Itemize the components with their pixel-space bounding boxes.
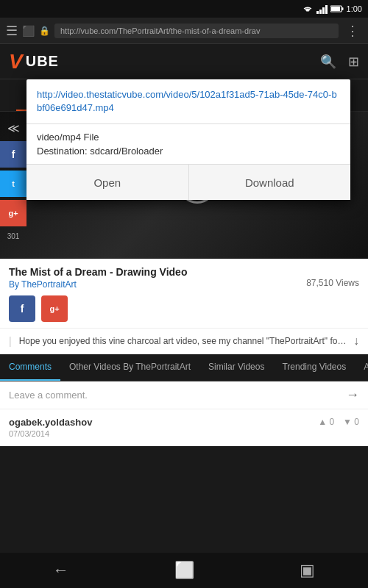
recents-button[interactable]: ▣ [282,555,333,586]
dialog-filetype: video/mp4 File [37,132,340,143]
status-time: 1:00 [347,4,362,13]
googleplus-btn[interactable]: g+ [41,295,68,322]
logo-v: V [9,50,23,74]
logo-area: V UBE [9,50,314,74]
downvote-icon[interactable]: ▼ 0 [343,417,359,427]
address-bar: ☰ ⬛ 🔒 http://vube.com/ThePortraitArt/the… [0,18,368,44]
desc-bar: | [9,335,12,347]
logo-ube: UBE [26,53,59,70]
comment-username: ogabek.yoldashov [9,417,359,428]
tab-comments-content[interactable]: Comments [0,354,60,381]
tab-about[interactable]: Abou [355,354,368,381]
video-info: The Mist of a Dream - Drawing Video By T… [0,259,368,329]
video-views: 87,510 Views [306,278,359,288]
twitter-share-btn[interactable]: t [0,171,26,197]
send-icon[interactable]: → [346,387,359,403]
comment-item: ▲ 0 ▼ 0 ogabek.yoldashov 07/03/2014 [0,409,368,446]
facebook-btn[interactable]: f [9,295,35,322]
bookmark-icon: ⬛ [22,25,35,37]
tab-other-videos[interactable]: Other Videos By ThePortraitArt [60,354,199,381]
top-nav: V UBE 🔍 ⊞ [0,44,368,79]
overflow-icon[interactable]: ⋮ [343,23,362,39]
dialog-destination: Destination: sdcard/Broloader [37,146,340,157]
expand-icon[interactable]: ↓ [353,334,359,348]
video-title: The Mist of a Dream - Drawing Video [9,266,359,278]
dialog-actions: Open Download [26,165,350,200]
wifi-icon [302,4,314,13]
address-url[interactable]: http://vube.com/ThePortraitArt/the-mist-… [54,24,339,38]
googleplus-share-btn[interactable]: g+ [0,200,26,226]
downvote-count: 0 [354,417,359,427]
battery-icon [330,5,344,12]
search-icon[interactable]: 🔍 [320,54,336,70]
upvote-icon[interactable]: ▲ 0 [318,417,334,427]
comment-input-row: Leave a comment. → [0,381,368,409]
back-button[interactable]: ← [35,555,87,586]
share-icon-btn[interactable]: ≪ [0,118,26,138]
secure-icon: 🔒 [39,26,50,36]
upvote-count: 0 [329,417,334,427]
comment-votes: ▲ 0 ▼ 0 [318,417,359,427]
tab-similar-videos[interactable]: Similar Videos [199,354,273,381]
video-description: | Hope you enjoyed this vine charcoal ar… [0,329,368,354]
signal-icon [316,4,328,14]
tab-trending-videos[interactable]: Trending Videos [273,354,355,381]
facebook-share-btn[interactable]: f [0,141,26,168]
svg-rect-1 [342,7,343,10]
view-count-side: 301 [7,232,20,240]
desc-text: Hope you enjoyed this vine charcoal art … [19,336,347,346]
nav-icons: 🔍 ⊞ [320,54,359,70]
bottom-nav: ← ⬜ ▣ [0,553,368,588]
status-icons: 1:00 [302,4,362,14]
content-tabs: Comments Other Videos By ThePortraitArt … [0,354,368,381]
grid-icon[interactable]: ⊞ [348,54,359,70]
download-button[interactable]: Download [189,165,351,200]
status-bar: 1:00 [0,0,368,18]
svg-rect-2 [331,7,340,11]
open-button[interactable]: Open [26,165,189,200]
side-buttons: ≪ f t g+ 301 [0,112,26,259]
download-dialog: http://video.thestaticvube.com/video/5/1… [26,79,350,200]
social-share-row: f g+ [9,295,359,322]
dialog-url[interactable]: http://video.thestaticvube.com/video/5/1… [26,79,350,124]
comment-placeholder[interactable]: Leave a comment. [9,390,340,401]
comment-date: 07/03/2014 [9,429,359,438]
dialog-info: video/mp4 File Destination: sdcard/Brolo… [26,124,350,165]
menu-icon[interactable]: ☰ [6,23,18,39]
home-button[interactable]: ⬜ [157,555,212,586]
